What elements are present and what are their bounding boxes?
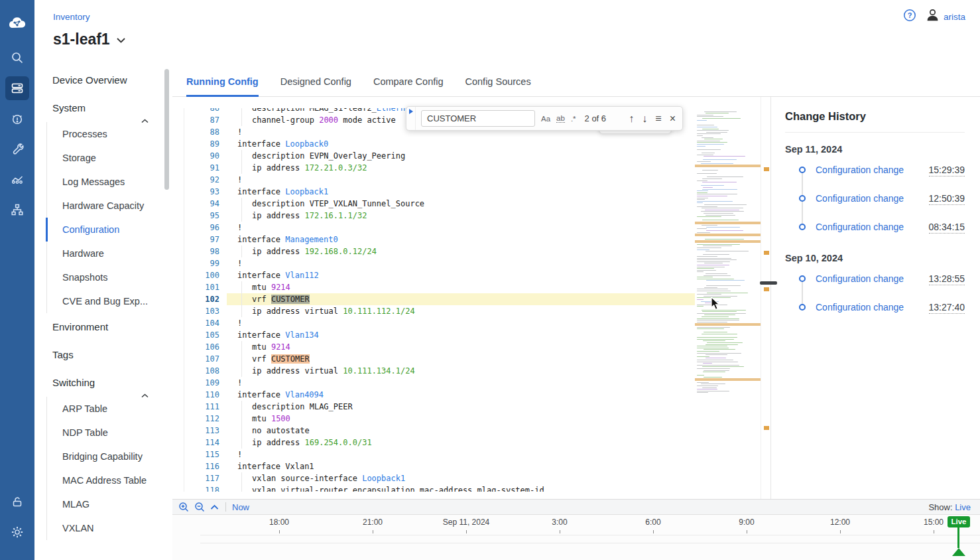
code-line-107[interactable]: 107vrf CUSTOMER [184, 353, 695, 365]
breadcrumb[interactable]: Inventory [53, 12, 90, 22]
match-case-icon[interactable]: Aa [541, 115, 550, 123]
configuration-change-link[interactable]: Configuration change [816, 302, 904, 313]
next-match-icon[interactable]: ↓ [642, 113, 647, 124]
collapse-timeline-icon[interactable] [210, 504, 219, 510]
code-line-103[interactable]: 103ip address virtual 10.111.112.1/24 [184, 305, 695, 317]
code-line-97[interactable]: 97interface Management0 [184, 234, 695, 245]
code-line-93[interactable]: 93interface Loopback1 [184, 186, 695, 198]
show-live-link[interactable]: Live [955, 502, 971, 512]
close-find-icon[interactable]: × [670, 113, 676, 124]
code-line-99[interactable]: 99! [184, 257, 695, 269]
tab-compare-config[interactable]: Compare Config [373, 66, 444, 97]
code-line-112[interactable]: 112mtu 1500 [184, 413, 695, 425]
panel-resize-handle[interactable] [760, 281, 777, 285]
configuration-change-link[interactable]: Configuration change [816, 165, 904, 175]
timeline-chart[interactable]: 18:0021:00Sep 11, 20243:006:009:0012:001… [172, 515, 980, 560]
metrics-icon[interactable] [5, 167, 29, 191]
history-time[interactable]: 13:27:40 [929, 302, 965, 314]
history-time[interactable]: 12:50:39 [929, 193, 965, 205]
sidebar-item-arp-table[interactable]: ARP Table [47, 397, 172, 421]
find-input[interactable] [421, 110, 535, 127]
previous-match-icon[interactable]: ↑ [629, 113, 634, 124]
code-line-91[interactable]: 91ip address 172.21.0.3/32 [184, 162, 695, 174]
line-number: 102 [184, 293, 227, 305]
lock-icon[interactable] [5, 490, 29, 514]
sidebar-item-processes[interactable]: Processes [47, 122, 172, 146]
user-icon[interactable] [926, 8, 940, 25]
code-line-115[interactable]: 115! [184, 449, 695, 460]
code-line-102[interactable]: 102vrf CUSTOMER [184, 293, 695, 305]
toggle-replace-chevron-icon[interactable] [406, 107, 416, 130]
match-count: 2 of 6 [585, 113, 607, 123]
code-line-105[interactable]: 105interface Vlan134 [184, 329, 695, 341]
code-line-111[interactable]: 111description MLAG_PEER [184, 401, 695, 413]
code-line-113[interactable]: 113no autostate [184, 425, 695, 437]
code-line-101[interactable]: 101mtu 9214 [184, 281, 695, 293]
sidebar-item-switching[interactable]: Switching [34, 369, 172, 397]
topology-icon[interactable] [5, 198, 29, 222]
code-line-92[interactable]: 92! [184, 174, 695, 186]
cloudvision-logo[interactable] [5, 11, 29, 35]
help-icon[interactable]: ? [903, 9, 916, 25]
tab-config-sources[interactable]: Config Sources [465, 66, 531, 97]
code-line-94[interactable]: 94description VTEP_VXLAN_Tunnel_Source [184, 198, 695, 210]
code-line-117[interactable]: 117vxlan source-interface Loopback1 [184, 472, 695, 484]
events-icon[interactable] [5, 107, 29, 131]
history-time[interactable]: 13:28:55 [929, 273, 965, 285]
code-line-90[interactable]: 90description EVPN_Overlay_Peering [184, 150, 695, 162]
history-time[interactable]: 08:34:15 [929, 222, 965, 234]
tab-running-config[interactable]: Running Config [186, 66, 259, 97]
sidebar-item-cve-and-bug-exp[interactable]: CVE and Bug Exp... [47, 289, 172, 313]
code-line-104[interactable]: 104! [184, 317, 695, 329]
sidebar-item-system[interactable]: System [34, 94, 172, 122]
sidebar-item-vxlan[interactable]: VXLAN [47, 516, 172, 540]
sidebar-item-bridging-capability[interactable]: Bridging Capability [47, 445, 172, 468]
code-line-110[interactable]: 110interface Vlan4094 [184, 389, 695, 401]
find-in-selection-icon[interactable]: ≡ [655, 113, 661, 124]
zoom-in-icon[interactable] [178, 502, 190, 513]
code-viewport[interactable]: 86description MLAG_s1-leaf2_Ethernet387c… [184, 108, 695, 492]
user-name[interactable]: arista [944, 12, 965, 22]
code-line-108[interactable]: 108ip address virtual 10.111.134.1/24 [184, 365, 695, 377]
editor-minimap[interactable] [695, 108, 761, 492]
search-icon[interactable] [5, 46, 29, 70]
regex-icon[interactable]: .* [571, 115, 576, 123]
configuration-change-link[interactable]: Configuration change [816, 222, 904, 232]
sidebar-item-log-messages[interactable]: Log Messages [47, 170, 172, 194]
sidebar-item-configuration[interactable]: Configuration [47, 218, 172, 242]
code-line-114[interactable]: 114ip address 169.254.0.0/31 [184, 437, 695, 449]
live-badge[interactable]: Live [948, 516, 970, 527]
code-line-100[interactable]: 100interface Vlan112 [184, 269, 695, 281]
provisioning-icon[interactable] [5, 137, 29, 161]
sidebar-item-snapshots[interactable]: Snapshots [47, 265, 172, 289]
code-line-118[interactable]: 118vxlan virtual-router encapsulation ma… [184, 484, 695, 492]
sidebar-item-mac-address-table[interactable]: MAC Address Table [47, 468, 172, 492]
sidebar-item-hardware-capacity[interactable]: Hardware Capacity [47, 194, 172, 218]
devices-icon[interactable] [5, 76, 29, 100]
sidebar-item-device-overview[interactable]: Device Overview [34, 66, 172, 94]
zoom-out-icon[interactable] [194, 502, 206, 513]
configuration-change-link[interactable]: Configuration change [816, 193, 904, 204]
sidebar-scrollbar[interactable] [164, 69, 169, 190]
code-line-96[interactable]: 96! [184, 222, 695, 234]
now-button[interactable]: Now [232, 502, 249, 512]
sidebar-item-ndp-table[interactable]: NDP Table [47, 421, 172, 445]
configuration-change-link[interactable]: Configuration change [816, 273, 904, 284]
device-selector-chevron-icon[interactable] [117, 34, 125, 46]
gear-icon[interactable] [5, 520, 29, 544]
sidebar-item-environment[interactable]: Environment [34, 313, 172, 341]
code-line-95[interactable]: 95ip address 172.16.1.1/32 [184, 210, 695, 222]
sidebar-item-mlag[interactable]: MLAG [47, 492, 172, 516]
code-line-116[interactable]: 116interface Vxlan1 [184, 460, 695, 472]
code-line-98[interactable]: 98ip address 192.168.0.12/24 [184, 245, 695, 257]
editor-overview-ruler[interactable] [761, 97, 770, 499]
tab-designed-config[interactable]: Designed Config [280, 66, 351, 97]
sidebar-item-hardware[interactable]: Hardware [47, 242, 172, 265]
code-line-106[interactable]: 106mtu 9214 [184, 341, 695, 353]
code-line-89[interactable]: 89interface Loopback0 [184, 138, 695, 150]
sidebar-item-storage[interactable]: Storage [47, 146, 172, 170]
whole-word-icon[interactable]: ab [556, 114, 565, 123]
code-line-109[interactable]: 109! [184, 377, 695, 389]
sidebar-item-tags[interactable]: Tags [34, 341, 172, 369]
history-time[interactable]: 15:29:39 [929, 165, 965, 176]
